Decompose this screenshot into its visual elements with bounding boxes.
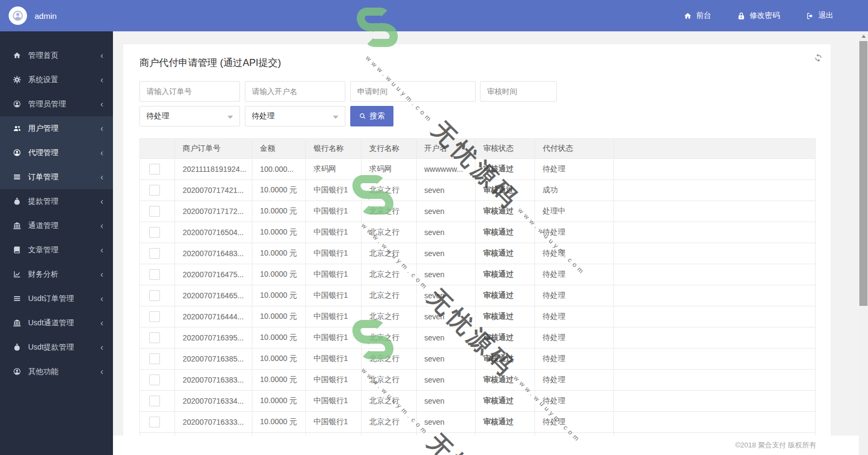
list-icon — [13, 295, 21, 303]
cell-extra — [614, 243, 816, 264]
row-checkbox[interactable] — [149, 353, 160, 364]
order-number-input[interactable] — [139, 81, 240, 102]
row-checkbox[interactable] — [149, 290, 160, 301]
sidebar-item-11[interactable]: Usdt订单管理‹ — [0, 286, 113, 311]
row-checkbox[interactable] — [149, 206, 160, 217]
cell-extra — [614, 391, 816, 412]
sidebar-item-8[interactable]: 通道管理‹ — [0, 213, 113, 238]
review-time-input[interactable] — [480, 81, 557, 102]
cell-account-name: wwwwww... — [417, 159, 476, 180]
scrollbar-thumb[interactable] — [859, 41, 867, 306]
sidebar-item-label: 通道管理 — [28, 221, 58, 231]
row-checkbox[interactable] — [149, 164, 160, 175]
pay-status-select[interactable]: 待处理 — [245, 106, 345, 126]
cell-pay-status: 处理中 — [535, 201, 614, 222]
row-checkbox[interactable] — [149, 185, 160, 196]
nav-change-password[interactable]: 修改密码 — [737, 11, 780, 21]
sidebar-item-14[interactable]: 其他功能‹ — [0, 359, 113, 384]
cell-pay-status: 待处理 — [535, 285, 614, 306]
cell-amount: 10.0000 元 — [252, 222, 306, 243]
sidebar-item-label: 其他功能 — [28, 367, 58, 377]
top-header-bar: admin 前台 修改密码 退出 — [0, 0, 868, 31]
account-name-input[interactable] — [245, 81, 345, 102]
nav-logout[interactable]: 退出 — [806, 11, 833, 21]
cell-review-status: 审核通过 — [476, 264, 535, 285]
cell-account-name: seven — [417, 201, 476, 222]
avatar[interactable] — [9, 6, 27, 25]
row-checkbox[interactable] — [149, 332, 160, 343]
sidebar-item-1[interactable]: 管理首页‹ — [0, 43, 113, 68]
sidebar-item-label: 管理员管理 — [28, 99, 66, 109]
cell-amount: 10.0000 元 — [252, 285, 306, 306]
column-header: 银行名称 — [306, 139, 362, 159]
user-circle-icon — [13, 100, 21, 108]
orders-table: 商户订单号金额银行名称支行名称开户名审核状态代付状态 2021111819192… — [139, 138, 816, 454]
sidebar-item-label: Usdt提款管理 — [28, 343, 74, 352]
sidebar-item-4[interactable]: 用户管理‹ — [0, 116, 113, 140]
header-checkbox-column — [140, 139, 175, 159]
cell-pay-status: 待处理 — [535, 327, 614, 349]
cell-pay-status: 待处理 — [535, 159, 614, 180]
cell-order-number: 2020070716465... — [175, 285, 252, 306]
cell-bank-name: 中国银行1 — [306, 370, 362, 391]
table-row: 2020070716333...10.0000 元中国银行1北京之行seven审… — [140, 412, 816, 433]
content-card: 商户代付申请管理 (通过API提交) 待处理 待处理 搜索 — [123, 44, 831, 455]
column-header: 商户订单号 — [175, 139, 252, 159]
refresh-button[interactable] — [813, 53, 824, 64]
cell-bank-name: 中国银行1 — [306, 201, 362, 222]
cell-account-name: seven — [417, 180, 476, 201]
row-checkbox[interactable] — [149, 227, 160, 238]
cell-bank-name: 求码网 — [306, 159, 362, 180]
cell-amount: 100.000... — [252, 159, 306, 180]
review-status-select[interactable]: 待处理 — [139, 106, 240, 126]
top-nav: 前台 修改密码 退出 — [684, 11, 868, 21]
row-checkbox[interactable] — [149, 374, 160, 385]
cell-bank-name: 中国银行1 — [306, 264, 362, 285]
cell-extra — [614, 370, 816, 391]
cell-order-number: 2020070716395... — [175, 327, 252, 349]
cell-order-number: 2020070716444... — [175, 306, 252, 327]
sidebar-item-label: 财务分析 — [28, 270, 58, 279]
row-checkbox[interactable] — [149, 269, 160, 280]
row-checkbox[interactable] — [149, 248, 160, 259]
cell-extra — [614, 159, 816, 180]
sidebar-item-label: 系统设置 — [28, 75, 58, 85]
table-row: 2020070716465...10.0000 元中国银行1北京之行seven审… — [140, 285, 816, 306]
review-status-select-value: 待处理 — [146, 111, 169, 121]
cell-pay-status: 待处理 — [535, 264, 614, 285]
cell-branch-name: 北京之行 — [362, 201, 417, 222]
cell-branch-name: 北京之行 — [362, 264, 417, 285]
search-button-label: 搜索 — [370, 111, 385, 121]
column-header: 支行名称 — [362, 139, 417, 159]
sidebar-item-10[interactable]: 财务分析‹ — [0, 262, 113, 286]
sidebar-item-12[interactable]: Usdt通道管理‹ — [0, 311, 113, 335]
chevron-left-icon: ‹ — [101, 319, 103, 327]
sidebar-item-13[interactable]: Usdt提款管理‹ — [0, 335, 113, 359]
search-button[interactable]: 搜索 — [350, 106, 393, 126]
vertical-scrollbar[interactable] — [859, 31, 868, 455]
filter-row-selects: 待处理 待处理 搜索 — [139, 106, 814, 126]
cell-account-name: seven — [417, 285, 476, 306]
cell-branch-name: 北京之行 — [362, 370, 417, 391]
cell-account-name: seven — [417, 391, 476, 412]
cell-pay-status: 待处理 — [535, 222, 614, 243]
cell-order-number: 2020070716334... — [175, 391, 252, 412]
sidebar-item-5[interactable]: 代理管理‹ — [0, 140, 113, 165]
sidebar-item-9[interactable]: 文章管理‹ — [0, 238, 113, 262]
table-row: 20211118191924...100.000...求码网求码网wwwwww.… — [140, 159, 816, 180]
row-checkbox[interactable] — [149, 396, 160, 406]
apply-time-input[interactable] — [350, 81, 476, 102]
sidebar-item-2[interactable]: 系统设置‹ — [0, 68, 113, 92]
row-checkbox[interactable] — [149, 311, 160, 322]
sidebar-item-3[interactable]: 管理员管理‹ — [0, 92, 113, 116]
cell-bank-name: 中国银行1 — [306, 285, 362, 306]
nav-frontend[interactable]: 前台 — [684, 11, 711, 21]
row-checkbox[interactable] — [149, 417, 160, 427]
chevron-left-icon: ‹ — [101, 295, 103, 303]
cell-order-number: 2020070716333... — [175, 412, 252, 433]
sidebar-item-7[interactable]: 提款管理‹ — [0, 189, 113, 213]
sidebar-item-6[interactable]: 订单管理‹ — [0, 165, 113, 189]
scrollbar-up-arrow-icon[interactable] — [862, 35, 866, 38]
refresh-icon — [813, 53, 823, 63]
cell-account-name: seven — [417, 222, 476, 243]
